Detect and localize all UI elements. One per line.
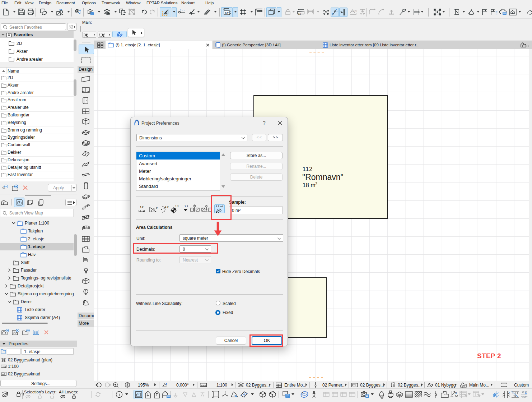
svg-text:1.2: 1.2 [175,205,179,208]
svg-text:12: 12 [298,12,301,15]
svg-text:α: α [156,206,158,209]
svg-text:1.2: 1.2 [185,205,188,208]
svg-text:α: α [455,391,457,395]
svg-text:1.2: 1.2 [165,206,169,208]
svg-text:XY: XY [225,11,229,15]
svg-text:A1: A1 [354,9,357,12]
svg-text:1.2: 1.2 [140,206,144,208]
